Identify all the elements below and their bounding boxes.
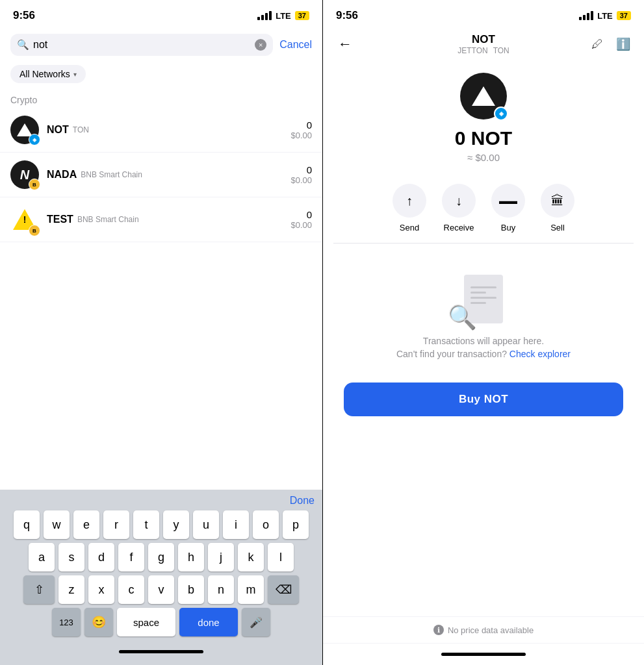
- test-chain: BNB Smart Chain: [77, 215, 139, 224]
- key-g[interactable]: g: [148, 543, 174, 571]
- action-buttons: ↑ Send ↓ Receive ▬▬ Buy 🏛 Sell: [323, 173, 644, 243]
- test-icon: ! B: [10, 205, 39, 234]
- edit-button[interactable]: 🖊: [587, 34, 608, 55]
- search-input[interactable]: [33, 39, 251, 51]
- key-h[interactable]: h: [178, 543, 204, 571]
- key-p[interactable]: p: [283, 510, 309, 539]
- not-chain: TON: [73, 125, 89, 134]
- right-status-bar: 9:56 LTE 37: [323, 0, 644, 29]
- keyboard-row-2: a s d f g h j k l: [3, 543, 320, 571]
- test-balance: 0 $0.00: [290, 209, 312, 230]
- ton-chain-badge: ◈: [29, 134, 40, 145]
- sell-button[interactable]: 🏛 Sell: [541, 184, 574, 232]
- key-j[interactable]: j: [208, 543, 234, 571]
- space-key[interactable]: space: [117, 608, 175, 636]
- search-icon: 🔍: [17, 39, 29, 51]
- key-k[interactable]: k: [238, 543, 264, 571]
- edit-icon: 🖊: [591, 38, 603, 51]
- cancel-button[interactable]: Cancel: [279, 39, 312, 51]
- keyboard-row-1: q w e r t y u i o p: [3, 510, 320, 539]
- clear-search-button[interactable]: ×: [255, 39, 266, 51]
- right-home-indicator-bar: [323, 643, 644, 665]
- key-r[interactable]: r: [103, 510, 129, 539]
- check-explorer-link[interactable]: Check explorer: [509, 349, 571, 359]
- price-info-icon: ℹ: [433, 625, 444, 635]
- not-balance-amount: 0: [290, 119, 312, 131]
- network-filter-label: All Networks: [19, 69, 70, 79]
- search-input-wrapper[interactable]: 🔍 ×: [10, 34, 273, 56]
- right-home-indicator: [441, 653, 526, 656]
- bnb-chain-badge: B: [29, 179, 40, 190]
- key-c[interactable]: c: [118, 575, 144, 604]
- key-o[interactable]: o: [253, 510, 279, 539]
- key-l[interactable]: l: [268, 543, 294, 571]
- buy-not-button[interactable]: Buy NOT: [344, 383, 623, 416]
- shift-key[interactable]: ⇧: [23, 575, 55, 604]
- right-panel: 9:56 LTE 37 ← NOT JETTON TON 🖊: [322, 0, 644, 665]
- network-filter-button[interactable]: All Networks ▾: [10, 65, 86, 83]
- key-w[interactable]: w: [44, 510, 70, 539]
- token-sub-info: JETTON TON: [457, 46, 509, 55]
- key-n[interactable]: n: [208, 575, 234, 604]
- key-e[interactable]: e: [73, 510, 99, 539]
- key-t[interactable]: t: [133, 510, 159, 539]
- key-b[interactable]: b: [178, 575, 204, 604]
- key-a[interactable]: a: [29, 543, 55, 571]
- done-key[interactable]: done: [179, 608, 238, 636]
- token-type: JETTON: [457, 46, 487, 55]
- keyboard-row-4: 123 😊 space done 🎤: [3, 608, 320, 636]
- key-f[interactable]: f: [118, 543, 144, 571]
- lte-label: LTE: [276, 11, 291, 21]
- mic-key[interactable]: 🎤: [242, 608, 270, 636]
- empty-sub-text: Can't find your transaction? Check explo…: [396, 349, 571, 359]
- crypto-section-label: Crypto: [0, 90, 322, 108]
- buy-action-button[interactable]: ▬▬ Buy: [491, 184, 525, 232]
- done-bar: Done: [3, 495, 320, 510]
- left-panel: 9:56 LTE 37 🔍 × Cancel All Networks ▾: [0, 0, 322, 665]
- key-v[interactable]: v: [148, 575, 174, 604]
- battery-indicator: 37: [295, 11, 309, 20]
- key-m[interactable]: m: [238, 575, 264, 604]
- bnb-chain-badge-2: B: [29, 225, 40, 236]
- keyboard-done-button[interactable]: Done: [290, 495, 315, 507]
- back-button[interactable]: ←: [333, 32, 357, 56]
- receive-button[interactable]: ↓ Receive: [442, 184, 476, 232]
- test-symbol: TEST: [47, 214, 73, 225]
- list-item[interactable]: ◈ NOT TON 0 $0.00: [0, 108, 322, 153]
- backspace-key[interactable]: ⌫: [268, 575, 299, 604]
- emoji-key[interactable]: 😊: [84, 608, 113, 636]
- key-i[interactable]: i: [223, 510, 249, 539]
- nada-info: NADA BNB Smart Chain: [47, 169, 290, 181]
- sell-icon: 🏛: [541, 184, 574, 218]
- token-hero: ◈ 0 NOT ≈ $0.00: [323, 60, 644, 173]
- price-text: No price data available: [448, 625, 534, 635]
- token-amount: 0 NOT: [455, 127, 512, 149]
- key-y[interactable]: y: [163, 510, 189, 539]
- buy-icon: ▬▬: [491, 184, 525, 218]
- not-big-triangle-icon: [472, 86, 495, 106]
- list-item[interactable]: ! B TEST BNB Smart Chain 0 $0.00: [0, 197, 322, 242]
- info-icon: ℹ️: [616, 37, 630, 51]
- send-button[interactable]: ↑ Send: [393, 184, 426, 232]
- not-balance: 0 $0.00: [290, 119, 312, 140]
- key-z[interactable]: z: [58, 575, 84, 604]
- nada-balance: 0 $0.00: [290, 164, 312, 185]
- info-button[interactable]: ℹ️: [613, 34, 634, 55]
- nav-actions: 🖊 ℹ️: [587, 34, 634, 55]
- key-u[interactable]: u: [193, 510, 219, 539]
- cant-find-text: Can't find your transaction?: [396, 349, 507, 359]
- key-s[interactable]: s: [58, 543, 84, 571]
- list-item[interactable]: N B NADA BNB Smart Chain 0 $0.00: [0, 153, 322, 197]
- sell-label: Sell: [550, 223, 565, 232]
- right-lte-label: LTE: [597, 11, 613, 21]
- left-home-indicator-bar: [3, 640, 320, 662]
- num-key[interactable]: 123: [52, 608, 81, 636]
- buy-label: Buy: [501, 223, 515, 232]
- chevron-down-icon: ▾: [73, 71, 77, 78]
- key-d[interactable]: d: [88, 543, 114, 571]
- home-indicator: [119, 650, 203, 653]
- nada-chain: BNB Smart Chain: [81, 170, 142, 179]
- search-bar: 🔍 × Cancel: [0, 29, 322, 61]
- key-x[interactable]: x: [88, 575, 114, 604]
- key-q[interactable]: q: [14, 510, 40, 539]
